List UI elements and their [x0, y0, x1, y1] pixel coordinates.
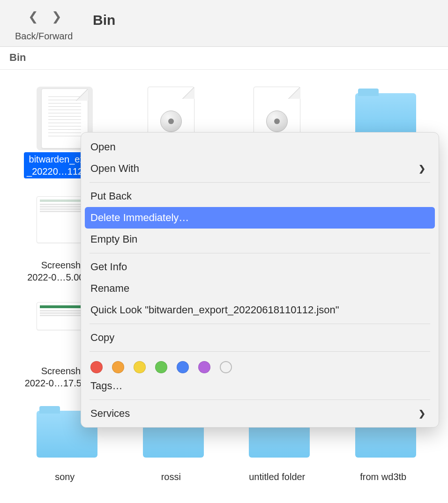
menu-tags[interactable]: Tags…: [81, 375, 439, 397]
menu-quick-look[interactable]: Quick Look "bitwarden_export_20220618110…: [81, 299, 439, 321]
forward-button[interactable]: ❯: [52, 9, 62, 24]
context-menu: Open Open With ❯ Put Back Delete Immedia…: [81, 132, 439, 428]
location-bar: Bin: [0, 47, 448, 70]
menu-rename[interactable]: Rename: [81, 278, 439, 299]
tag-orange[interactable]: [112, 361, 124, 373]
menu-separator: [90, 351, 430, 352]
menu-open[interactable]: Open: [81, 136, 439, 158]
back-button[interactable]: ❮: [28, 9, 38, 24]
menu-separator: [90, 324, 430, 324]
menu-open-with[interactable]: Open With ❯: [81, 158, 439, 179]
tag-none[interactable]: [220, 361, 232, 373]
file-label: rossi: [158, 470, 184, 484]
chevron-right-icon: ❯: [418, 163, 426, 174]
toolbar: ❮ ❯ Back/Forward Bin: [0, 0, 448, 47]
menu-put-back[interactable]: Put Back: [81, 185, 439, 207]
menu-copy[interactable]: Copy: [81, 327, 439, 348]
tag-red[interactable]: [90, 361, 103, 373]
tag-yellow[interactable]: [134, 361, 146, 373]
menu-separator: [90, 253, 430, 253]
tag-green[interactable]: [155, 361, 167, 373]
tag-purple[interactable]: [198, 361, 210, 373]
menu-separator: [90, 399, 430, 400]
menu-services[interactable]: Services ❯: [81, 403, 439, 424]
window-title: Bin: [93, 12, 115, 28]
file-label: untitled folder: [246, 470, 308, 484]
menu-empty-bin[interactable]: Empty Bin: [81, 229, 439, 250]
nav-label: Back/Forward: [15, 31, 73, 42]
tag-color-row: [81, 355, 439, 375]
menu-get-info[interactable]: Get Info: [81, 256, 439, 278]
chevron-right-icon: ❯: [418, 408, 426, 419]
tag-blue[interactable]: [177, 361, 189, 373]
file-label: sony: [52, 470, 77, 484]
menu-separator: [90, 182, 430, 183]
file-label: from wd3tb: [357, 470, 409, 484]
menu-delete-immediately[interactable]: Delete Immediately…: [85, 207, 435, 229]
nav-arrows: ❮ ❯: [28, 9, 62, 24]
